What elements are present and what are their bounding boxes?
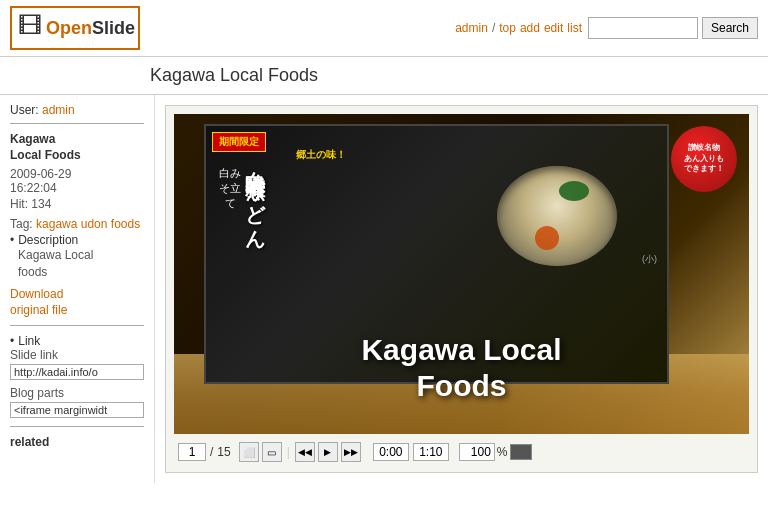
control-icons: ⬜ ▭ | ◀◀ ▶ ▶▶ [239,442,361,462]
total-pages: 15 [217,445,230,459]
slide-text-overlay: Kagawa Local Foods [188,332,734,404]
header: 🎞 OpenSlide admin / top add edit list Se… [0,0,768,57]
play-button[interactable]: ▶ [318,442,338,462]
current-page-input[interactable] [178,443,206,461]
search-button[interactable]: Search [702,17,758,39]
zoom-input[interactable] [459,443,495,461]
time-start-input[interactable] [373,443,409,461]
slide-title: KagawaLocal Foods [10,132,144,163]
zoom-section: % [459,443,532,461]
tag-label: Tag: [10,217,33,231]
slide-link-label: Slide link [10,348,144,362]
list-link[interactable]: list [567,21,582,35]
logo-text: OpenSlide [46,18,135,39]
tag-udon[interactable]: udon [81,217,108,231]
slide-hit: Hit: 134 [10,197,144,211]
original-file-link[interactable]: original file [10,303,67,317]
tag-line: Tag: kagawa udon foods [10,217,144,231]
blog-parts-label: Blog parts [10,386,144,400]
restore-button[interactable]: ⬜ [239,442,259,462]
page-separator: / [210,445,213,459]
download-link[interactable]: Download [10,287,144,301]
link-bullet: • Link [10,334,144,348]
sidebar-divider3 [10,426,144,427]
add-link[interactable]: add [520,21,540,35]
user-label: User: [10,103,39,117]
layout-button[interactable]: ▭ [262,442,282,462]
rewind-button[interactable]: ◀◀ [295,442,315,462]
desc-bullet: • Description [10,233,144,247]
desc-content: Kagawa Localfoods [18,247,144,281]
related-label: related [10,435,144,449]
search-input[interactable] [588,17,698,39]
zoom-unit: % [497,445,508,459]
page-title: Kagawa Local Foods [0,57,768,95]
bullet-dot: • [10,233,14,247]
jp-subtitle: 郷土の味！ [296,148,346,162]
user-line: User: admin [10,103,144,117]
slide-image-container[interactable]: 期間限定 郷土の味！ 白みそ立て 白味噌雑煮うどん (小) [174,114,749,434]
content-area: 期間限定 郷土の味！ 白みそ立て 白味噌雑煮うどん (小) [155,95,768,483]
search-box: Search [588,17,758,39]
slide-date: 2009-06-2916:22:04 [10,167,144,195]
nav-sep: / [492,21,495,35]
food-bowl [497,166,617,266]
admin-link[interactable]: admin [455,21,488,35]
tag-foods[interactable]: foods [111,217,140,231]
link-label: Link [18,334,40,348]
sidebar-divider [10,123,144,124]
sidebar-divider2 [10,325,144,326]
overlay-line1: Kagawa Local [188,332,734,368]
slide-viewer: 期間限定 郷土の味！ 白みそ立て 白味噌雑煮うどん (小) [165,105,758,473]
time-end-input[interactable] [413,443,449,461]
overlay-line2: Foods [188,368,734,404]
top-link[interactable]: top [499,21,516,35]
jp-circle: 讃岐名物あん入りもできます！ [671,126,737,192]
garnish [559,181,589,201]
time-section [373,443,449,461]
sidebar: User: admin KagawaLocal Foods 2009-06-29… [0,95,155,483]
user-link[interactable]: admin [42,103,75,117]
nav-links: admin / top add edit list [455,21,582,35]
main-layout: User: admin KagawaLocal Foods 2009-06-29… [0,95,768,483]
forward-button[interactable]: ▶▶ [341,442,361,462]
zoom-thumbnail[interactable] [510,444,532,460]
edit-link[interactable]: edit [544,21,563,35]
tag-kagawa[interactable]: kagawa [36,217,77,231]
blog-parts-input[interactable] [10,402,144,418]
garnish2 [535,226,559,250]
link-section: • Link Slide link Blog parts [10,334,144,418]
link-bullet-dot: • [10,334,14,348]
header-right: admin / top add edit list Search [455,17,758,39]
desc-section: • Description Kagawa Localfoods [10,233,144,281]
jp-banner: 期間限定 [212,132,266,152]
slide-controls: / 15 ⬜ ▭ | ◀◀ ▶ ▶▶ [174,440,749,464]
slide-link-input[interactable] [10,364,144,380]
desc-label: Description [18,233,78,247]
logo-icon: 🎞 [18,12,42,44]
logo: 🎞 OpenSlide [10,6,140,50]
